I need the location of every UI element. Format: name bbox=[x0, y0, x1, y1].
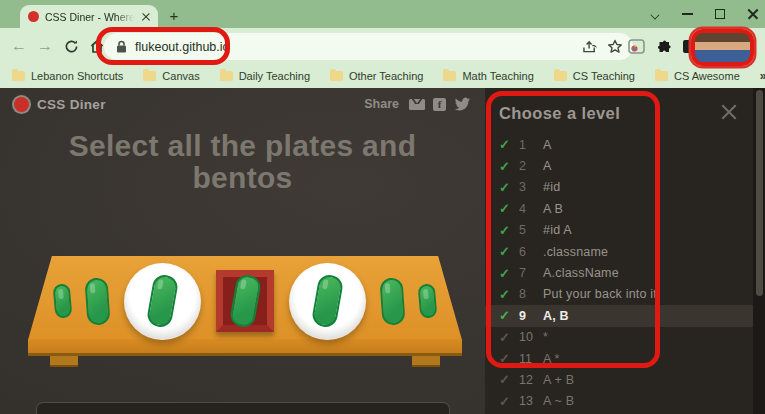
profile-avatar[interactable] bbox=[709, 35, 733, 59]
bookmark-folder[interactable]: Math Teaching bbox=[443, 70, 533, 82]
folder-icon bbox=[554, 71, 567, 81]
table-leg bbox=[412, 356, 440, 367]
window-chevron-icon[interactable] bbox=[651, 10, 660, 19]
level-panel: Choose a level ✓1A✓2A✓3#id✓4A B✓5#id A✓6… bbox=[485, 88, 753, 414]
level-name: A ~ B bbox=[543, 394, 574, 408]
pickle[interactable] bbox=[228, 273, 262, 329]
scrollbar-thumb[interactable] bbox=[756, 90, 763, 296]
url-text: flukeout.github.io bbox=[135, 40, 230, 54]
side-panel-icon[interactable] bbox=[683, 40, 698, 53]
bookmarks-bar: Lebanon ShortcutsCanvasDaily TeachingOth… bbox=[0, 64, 765, 88]
level-row[interactable]: ✓7A.className bbox=[485, 262, 753, 283]
browser-tab[interactable]: CSS Diner - Where we feast on C bbox=[20, 5, 158, 28]
level-name: * bbox=[543, 330, 548, 344]
folder-icon bbox=[12, 71, 25, 81]
pickle[interactable] bbox=[146, 273, 180, 329]
level-list: ✓1A✓2A✓3#id✓4A B✓5#id A✓6.classname✓7A.c… bbox=[485, 134, 753, 412]
level-row[interactable]: ✓6.classname bbox=[485, 241, 753, 262]
bookmark-star-icon[interactable] bbox=[607, 39, 623, 54]
home-icon bbox=[89, 39, 105, 54]
tab-close-icon[interactable] bbox=[140, 11, 152, 23]
level-check-icon: ✓ bbox=[499, 330, 519, 345]
level-row[interactable]: ✓3#id bbox=[485, 177, 753, 198]
browser-menu-icon[interactable]: ⋮ bbox=[744, 39, 759, 54]
level-name: #id bbox=[543, 180, 560, 194]
level-row[interactable]: ✓11A * bbox=[485, 348, 753, 369]
bookmarks-list: Lebanon ShortcutsCanvasDaily TeachingOth… bbox=[12, 70, 740, 82]
url-bar[interactable]: flukeout.github.io bbox=[104, 33, 633, 60]
page-scrollbar[interactable] bbox=[753, 88, 765, 414]
task-heading: Select all the plates and bentos bbox=[0, 130, 485, 195]
bookmarks-overflow-chevron[interactable]: » bbox=[760, 69, 765, 83]
window-maximize-button[interactable] bbox=[715, 9, 725, 19]
pinned-extension-icon[interactable] bbox=[628, 39, 645, 54]
tab-favicon-icon bbox=[28, 11, 39, 22]
level-number: 8 bbox=[519, 287, 543, 301]
level-name: A + B bbox=[543, 373, 574, 387]
level-row[interactable]: ✓13A ~ B bbox=[485, 391, 753, 412]
bookmark-folder[interactable]: Canvas bbox=[143, 70, 199, 82]
bookmark-folder[interactable]: Other Teaching bbox=[330, 70, 423, 82]
share-icon[interactable] bbox=[582, 39, 599, 54]
back-button[interactable]: ← bbox=[6, 33, 32, 59]
level-check-icon: ✓ bbox=[499, 372, 519, 387]
level-number: 5 bbox=[519, 223, 543, 237]
level-name: A.className bbox=[543, 266, 619, 280]
facebook-share-icon[interactable]: f bbox=[433, 98, 446, 111]
level-row[interactable]: ✓9A, B bbox=[485, 305, 753, 326]
level-row[interactable]: ✓2A bbox=[485, 155, 753, 176]
level-check-icon: ✓ bbox=[499, 201, 519, 216]
twitter-share-icon[interactable] bbox=[454, 97, 471, 111]
bookmark-folder[interactable]: CS Teaching bbox=[554, 70, 635, 82]
level-check-icon: ✓ bbox=[499, 137, 519, 152]
folder-icon bbox=[143, 71, 156, 81]
pickle[interactable] bbox=[311, 273, 345, 329]
level-row[interactable]: ✓12A + B bbox=[485, 369, 753, 390]
level-row[interactable]: ✓10* bbox=[485, 327, 753, 348]
bookmark-label: Math Teaching bbox=[462, 70, 533, 82]
bookmark-folder[interactable]: Lebanon Shortcuts bbox=[12, 70, 123, 82]
folder-icon bbox=[330, 71, 343, 81]
level-check-icon: ✓ bbox=[499, 159, 519, 174]
bookmark-label: Lebanon Shortcuts bbox=[31, 70, 123, 82]
plate[interactable] bbox=[124, 263, 201, 340]
level-name: A bbox=[543, 138, 552, 152]
bookmark-folder[interactable]: CS Awesome bbox=[655, 70, 740, 82]
level-name: Put your back into it! bbox=[543, 287, 661, 301]
level-number: 9 bbox=[519, 309, 543, 323]
forward-button[interactable]: → bbox=[32, 33, 58, 59]
folder-icon bbox=[443, 71, 456, 81]
new-tab-button[interactable]: + bbox=[166, 8, 182, 24]
level-check-icon: ✓ bbox=[499, 180, 519, 195]
email-share-icon[interactable] bbox=[409, 99, 425, 110]
extensions-puzzle-icon[interactable] bbox=[656, 39, 672, 55]
pickle[interactable] bbox=[418, 283, 438, 318]
level-panel-close-icon[interactable] bbox=[719, 102, 739, 122]
browser-window: CSS Diner - Where we feast on C + ← → bbox=[0, 0, 765, 414]
pickle[interactable] bbox=[84, 277, 110, 325]
window-close-button[interactable] bbox=[747, 8, 759, 20]
level-number: 4 bbox=[519, 202, 543, 216]
level-name: A, B bbox=[543, 309, 569, 323]
bookmark-folder[interactable]: Daily Teaching bbox=[220, 70, 310, 82]
pickle[interactable] bbox=[53, 283, 73, 318]
bento[interactable] bbox=[216, 270, 274, 332]
level-row[interactable]: ✓5#id A bbox=[485, 220, 753, 241]
titlebar: CSS Diner - Where we feast on C + bbox=[0, 0, 765, 28]
level-panel-heading: Choose a level bbox=[485, 88, 753, 123]
level-row[interactable]: ✓1A bbox=[485, 134, 753, 155]
level-row[interactable]: ✓4A B bbox=[485, 198, 753, 219]
level-name: A * bbox=[543, 352, 560, 366]
css-editor-box[interactable] bbox=[36, 402, 450, 414]
tab-title: CSS Diner - Where we feast on C bbox=[45, 11, 134, 23]
plate[interactable] bbox=[289, 263, 366, 340]
window-minimize-button[interactable] bbox=[682, 13, 693, 15]
level-number: 2 bbox=[519, 159, 543, 173]
level-number: 13 bbox=[519, 394, 543, 408]
reload-icon bbox=[64, 39, 79, 54]
pickle[interactable] bbox=[379, 277, 405, 325]
level-row[interactable]: ✓8Put your back into it! bbox=[485, 284, 753, 305]
table-leg bbox=[50, 356, 78, 367]
reload-button[interactable] bbox=[58, 33, 84, 59]
level-check-icon: ✓ bbox=[499, 394, 519, 409]
